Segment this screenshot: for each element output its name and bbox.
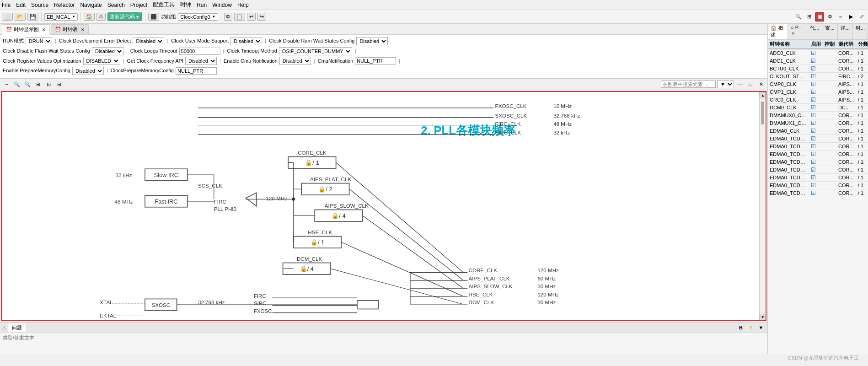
- menu-navigate[interactable]: Navigate: [80, 2, 102, 8]
- get-clock-freq-select[interactable]: Disabled: [185, 57, 217, 65]
- search-toolbar-btn[interactable]: 🔍: [794, 12, 803, 22]
- menu-edit[interactable]: Edit: [16, 2, 26, 8]
- table-row[interactable]: CMP0_CLK☑AIPS.../ 1: [768, 81, 868, 88]
- right-tab-p-close[interactable]: ✕: [792, 32, 795, 36]
- cell-enabled[interactable]: ☑: [809, 189, 823, 197]
- diagram-collapse-icon[interactable]: ⊟: [54, 80, 64, 89]
- save-btn[interactable]: 💾: [27, 13, 38, 21]
- diagram-close-icon[interactable]: ✕: [756, 80, 766, 89]
- clock-user-mode-select[interactable]: Disabled: [230, 37, 262, 45]
- diagram-restore-icon[interactable]: □: [746, 80, 755, 89]
- cell-enabled[interactable]: ☑: [809, 104, 823, 112]
- right-tab-p[interactable]: ○ P... ✕: [788, 24, 807, 39]
- tab-clock-table[interactable]: ⏰ 时钟表 ✕: [51, 24, 89, 34]
- table-row[interactable]: EDMA0_TCD1_CLK☑COR.../ 1: [768, 158, 868, 166]
- clock-dev-error-select[interactable]: Disabled: [133, 37, 164, 45]
- table-row[interactable]: DCM0_CLK☑DC.../ 1: [768, 104, 868, 112]
- diagram-minimize-icon[interactable]: —: [735, 80, 745, 89]
- table-row[interactable]: DMAMUX0_CLK☑COR.../ 1: [768, 112, 868, 119]
- list-btn[interactable]: ≡: [836, 12, 845, 22]
- open-btn[interactable]: 📂: [15, 13, 26, 21]
- table-row[interactable]: CMP1_CLK☑AIPS.../ 1: [768, 88, 868, 96]
- right-tab-reg[interactable]: 寄...: [822, 24, 837, 39]
- table-row[interactable]: EDMA0_CLK☑COR.../ 1: [768, 127, 868, 135]
- table-row[interactable]: EDMA0_TCD0_CLK☑COR.../ 1: [768, 135, 868, 143]
- clock-prepare-input[interactable]: [176, 67, 217, 75]
- table-row[interactable]: ADC0_CLK☑COR.../ 1: [768, 49, 868, 57]
- cell-enabled[interactable]: ☑: [809, 96, 823, 104]
- cell-enabled[interactable]: ☑: [809, 57, 823, 65]
- active-btn[interactable]: ▣: [815, 12, 824, 22]
- redo-btn[interactable]: ↪: [257, 13, 266, 21]
- cell-enabled[interactable]: ☑: [809, 182, 823, 189]
- table-row[interactable]: CRC0_CLK☑AIPS.../ 1: [768, 96, 868, 104]
- clock-timeout-select[interactable]: OSIF_COUNTER_DUMMY: [279, 47, 352, 55]
- table-row[interactable]: EDMA0_TCD11_C...☑COR.../ 1: [768, 151, 868, 158]
- cell-enabled[interactable]: ☑: [809, 119, 823, 127]
- table-row[interactable]: EDMA0_TCD3_CLK☑COR.../ 1: [768, 174, 868, 182]
- cell-enabled[interactable]: ☑: [809, 81, 823, 88]
- cell-enabled[interactable]: ☑: [809, 65, 823, 73]
- tab-clock-table-close[interactable]: ✕: [81, 27, 85, 32]
- menu-window[interactable]: Window: [212, 2, 232, 8]
- table-row[interactable]: DMAMUX1_CLK☑COR.../ 1: [768, 119, 868, 127]
- cell-enabled[interactable]: ☑: [809, 49, 823, 57]
- settings-btn[interactable]: ⚙: [825, 12, 835, 22]
- clock-disable-flash-select[interactable]: Disabled: [92, 47, 123, 55]
- diagram-zoom-out-icon[interactable]: 🔍: [23, 80, 32, 89]
- menu-refactor[interactable]: Refactor: [54, 2, 75, 8]
- cell-enabled[interactable]: ☑: [809, 73, 823, 81]
- cell-enabled[interactable]: ☑: [809, 166, 823, 174]
- table-row[interactable]: EDMA0_TCD4_CLK☑COR.../ 1: [768, 182, 868, 189]
- diagram-search-select[interactable]: ▼: [717, 80, 734, 88]
- diagram-expand-icon[interactable]: ⊡: [44, 80, 53, 89]
- bottom-y-btn[interactable]: Y: [746, 323, 755, 332]
- project-dropdown[interactable]: EB_MCAL ▼: [44, 13, 78, 21]
- diagram-zoom-in-icon[interactable]: 🔍: [12, 80, 21, 89]
- right-tab-clock[interactable]: 时...: [853, 24, 868, 39]
- menu-config-tool[interactable]: 配置工具: [153, 1, 175, 9]
- home-btn[interactable]: 🏠: [84, 13, 95, 21]
- clock-reg-opt-select[interactable]: DISABLED: [83, 57, 120, 65]
- right-tab-code[interactable]: 代...: [807, 24, 822, 39]
- undo-btn[interactable]: ↩: [247, 13, 256, 21]
- config-dropdown[interactable]: ClockConfig0 ▼: [178, 13, 218, 21]
- menu-search[interactable]: Search: [107, 2, 125, 8]
- run-btn[interactable]: ▶: [847, 12, 856, 22]
- bottom-filter-btn[interactable]: ▼: [756, 323, 766, 332]
- table-row[interactable]: EDMA0_TCD2_CLK☑COR.../ 1: [768, 166, 868, 174]
- maximize-btn[interactable]: ⤢: [857, 12, 866, 22]
- table-row[interactable]: EDMA0_TCD10_C...☑COR.../ 1: [768, 143, 868, 151]
- paste-btn[interactable]: 📋: [234, 13, 245, 21]
- warning-btn[interactable]: ⚠: [96, 13, 106, 21]
- cell-enabled[interactable]: ☑: [809, 174, 823, 182]
- cell-enabled[interactable]: ☑: [809, 143, 823, 151]
- cell-enabled[interactable]: ☑: [809, 112, 823, 119]
- cell-enabled[interactable]: ☑: [809, 127, 823, 135]
- menu-source[interactable]: Source: [31, 2, 48, 8]
- copy-btn[interactable]: ⧉: [224, 13, 232, 21]
- scroll-thumb[interactable]: [761, 102, 764, 124]
- tab-clock-diagram[interactable]: ⏰ 时钟显示图 ✕: [2, 24, 50, 35]
- menu-project[interactable]: Project: [130, 2, 147, 8]
- run-mode-select[interactable]: DRUN: [26, 37, 52, 45]
- menu-help[interactable]: Help: [237, 2, 249, 8]
- tab-clock-diagram-close[interactable]: ✕: [42, 27, 46, 32]
- scroll-down-btn[interactable]: ▼: [760, 314, 766, 320]
- diagram-search-input[interactable]: [661, 81, 716, 88]
- update-btn[interactable]: 更新源代码 ▼: [107, 12, 142, 21]
- right-tab-overview[interactable]: 🏠 概述: [768, 24, 788, 39]
- clock-loops-input[interactable]: [179, 48, 220, 55]
- bottom-b-btn[interactable]: B: [736, 323, 745, 332]
- menu-file[interactable]: File: [2, 2, 11, 8]
- tab-problems[interactable]: 问题: [8, 323, 26, 332]
- scroll-up-btn[interactable]: ▲: [760, 92, 766, 98]
- cell-enabled[interactable]: ☑: [809, 158, 823, 166]
- grid-btn[interactable]: ⊞: [804, 12, 814, 22]
- diagram-scrollbar[interactable]: ▲ ▼: [759, 92, 766, 320]
- cell-enabled[interactable]: ☑: [809, 151, 823, 158]
- cell-enabled[interactable]: ☑: [809, 88, 823, 96]
- table-row[interactable]: CLKOUT_STANDB...☑FIRC.../ 2: [768, 73, 868, 81]
- diagram-fit-icon[interactable]: ⊞: [33, 80, 43, 89]
- diagram-arrow-icon[interactable]: →: [2, 80, 11, 89]
